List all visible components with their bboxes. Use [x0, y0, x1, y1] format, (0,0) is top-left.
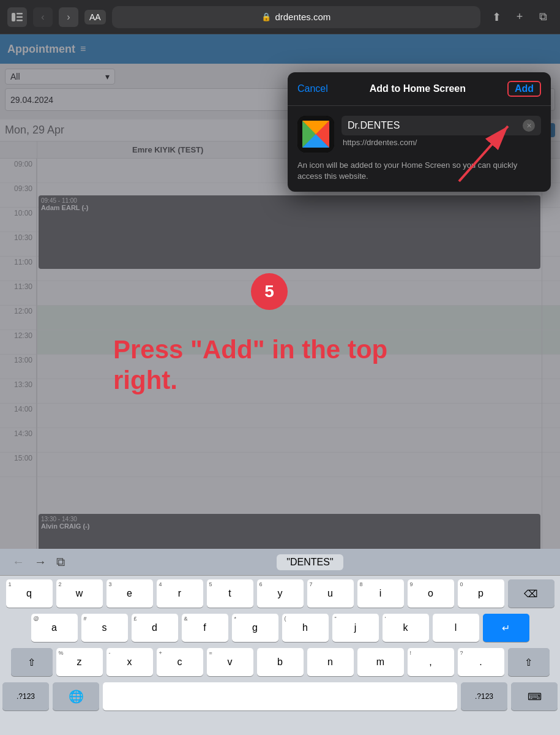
- key-m[interactable]: m: [357, 648, 404, 676]
- return-key[interactable]: ↵: [483, 614, 529, 642]
- shift-left-key[interactable]: ⇧: [11, 648, 53, 676]
- symbol-key-left[interactable]: .?123: [2, 682, 49, 710]
- shift-right-key[interactable]: ⇧: [508, 648, 550, 676]
- lock-icon: 🔒: [261, 12, 271, 21]
- url-bar[interactable]: 🔒 drdentes.com: [112, 6, 480, 28]
- key-e[interactable]: 3e: [106, 579, 153, 608]
- key-w[interactable]: 2w: [56, 579, 103, 608]
- forward-button[interactable]: ›: [59, 7, 78, 27]
- browser-actions: ⬆ + ⧉: [487, 7, 553, 27]
- svg-rect-3: [17, 20, 23, 21]
- keyboard-row-3: ⇧ %z -x +c =v b n m !, ?. ⇧: [2, 648, 558, 676]
- app-name-input[interactable]: Dr.DENTES ✕: [342, 116, 541, 135]
- key-p[interactable]: 0p: [458, 579, 504, 608]
- svg-rect-2: [17, 16, 23, 18]
- instruction-text: Press "Add" in the top right.: [113, 334, 407, 396]
- back-button[interactable]: ‹: [33, 7, 53, 27]
- undo-button[interactable]: ←: [10, 552, 27, 571]
- keyboard-toolbar: ← → ⧉ "DENTES": [0, 549, 560, 576]
- keyboard-row-1: 1q 2w 3e 4r 5t 6y 7u 8i 9o 0p ⌫: [2, 579, 558, 608]
- key-y[interactable]: 6y: [257, 579, 304, 608]
- add-to-home-screen-modal: Cancel Add to Home Screen Add: [288, 72, 551, 192]
- svg-rect-1: [17, 13, 23, 15]
- modal-title: Add to Home Screen: [370, 83, 466, 94]
- sidebar-toggle-button[interactable]: [7, 7, 27, 27]
- text-size-button[interactable]: AA: [84, 10, 106, 24]
- key-period[interactable]: ?.: [458, 648, 504, 676]
- key-o[interactable]: 9o: [408, 579, 454, 608]
- key-v[interactable]: =v: [207, 648, 253, 676]
- key-comma[interactable]: !,: [408, 648, 454, 676]
- app-url: https://drdentes.com/: [342, 138, 541, 147]
- key-s[interactable]: #s: [81, 614, 128, 642]
- keyboard-area: ← → ⧉ "DENTES" 1q 2w 3e 4r 5t 6y 7u 8i 9…: [0, 549, 560, 735]
- key-n[interactable]: n: [307, 648, 354, 676]
- svg-rect-0: [12, 13, 15, 21]
- suggestion-text: "DENTES": [277, 554, 343, 570]
- key-b[interactable]: b: [257, 648, 304, 676]
- keyboard-hide-key[interactable]: ⌨: [511, 682, 558, 710]
- modal-add-button[interactable]: Add: [507, 81, 541, 97]
- key-u[interactable]: 7u: [307, 579, 354, 608]
- key-q[interactable]: 1q: [6, 579, 53, 608]
- modal-cancel-button[interactable]: Cancel: [297, 83, 328, 94]
- key-l[interactable]: l: [433, 614, 479, 642]
- key-c[interactable]: +c: [157, 648, 203, 676]
- share-button[interactable]: ⬆: [487, 7, 506, 27]
- modal-body: Dr.DENTES ✕ https://drdentes.com/ An ico…: [288, 106, 551, 192]
- clipboard-button[interactable]: ⧉: [56, 555, 65, 569]
- keyboard-row-2: @a #s £d &f *g (h "j 'k l ↵: [2, 614, 558, 642]
- key-z[interactable]: %z: [56, 648, 103, 676]
- main-content: Appointment ≡ All ▾ 29.04.2024 ⊞ Mon, 29…: [0, 34, 560, 549]
- keyboard-rows: 1q 2w 3e 4r 5t 6y 7u 8i 9o 0p ⌫ @a #s £d…: [0, 576, 560, 713]
- app-info: Dr.DENTES ✕ https://drdentes.com/: [342, 116, 541, 147]
- autocomplete-suggestion[interactable]: "DENTES": [70, 554, 550, 570]
- key-r[interactable]: 4r: [157, 579, 203, 608]
- space-key[interactable]: [103, 682, 457, 710]
- tabs-button[interactable]: ⧉: [533, 7, 553, 27]
- url-text: drdentes.com: [275, 12, 330, 22]
- key-t[interactable]: 5t: [207, 579, 253, 608]
- browser-chrome: ‹ › AA 🔒 drdentes.com ⬆ + ⧉: [0, 0, 560, 34]
- redo-button[interactable]: →: [32, 552, 49, 571]
- key-x[interactable]: -x: [106, 648, 153, 676]
- step-5-circle: 5: [251, 273, 288, 310]
- app-icon: [297, 116, 334, 153]
- add-tab-button[interactable]: +: [510, 7, 529, 27]
- key-a[interactable]: @a: [31, 614, 78, 642]
- key-h[interactable]: (h: [282, 614, 329, 642]
- app-info-row: Dr.DENTES ✕ https://drdentes.com/: [297, 116, 541, 153]
- key-f[interactable]: &f: [182, 614, 228, 642]
- modal-description: An icon will be added to your Home Scree…: [297, 160, 541, 182]
- modal-header: Cancel Add to Home Screen Add: [288, 72, 551, 106]
- key-d[interactable]: £d: [132, 614, 178, 642]
- clear-input-button[interactable]: ✕: [523, 119, 535, 132]
- keyboard-row-4: .?123 🌐 .?123 ⌨: [2, 682, 558, 710]
- delete-key[interactable]: ⌫: [508, 579, 554, 608]
- key-k[interactable]: 'k: [383, 614, 429, 642]
- globe-key[interactable]: 🌐: [53, 682, 99, 710]
- key-g[interactable]: *g: [232, 614, 278, 642]
- key-j[interactable]: "j: [332, 614, 379, 642]
- symbol-key-right[interactable]: .?123: [461, 682, 507, 710]
- key-i[interactable]: 8i: [357, 579, 404, 608]
